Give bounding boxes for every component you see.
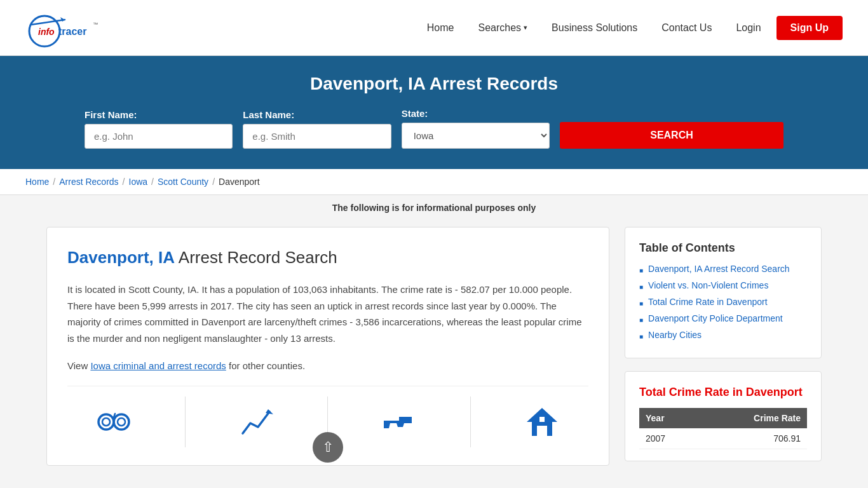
nav-business-solutions[interactable]: Business Solutions	[543, 17, 646, 39]
toc-bullet: ■	[639, 283, 643, 290]
crime-rate-table: Year Crime Rate 2007706.91	[639, 408, 807, 449]
toc-link[interactable]: Davenport City Police Department	[648, 313, 783, 323]
hero-title: Davenport, IA Arrest Records	[25, 74, 843, 94]
svg-point-7	[102, 418, 110, 426]
svg-text:™: ™	[93, 22, 98, 27]
nav-contact-us[interactable]: Contact Us	[653, 17, 721, 39]
svg-rect-16	[539, 417, 545, 422]
icon-chart	[234, 400, 279, 444]
icon-house	[520, 400, 564, 444]
search-form: First Name: Last Name: State: AlabamaAla…	[85, 108, 783, 149]
breadcrumb-arrest-records[interactable]: Arrest Records	[59, 177, 118, 187]
col-rate-header: Crime Rate	[698, 408, 807, 428]
first-name-label: First Name:	[85, 109, 233, 120]
icon-sep-3	[470, 396, 471, 447]
toc-title: Table of Contents	[639, 241, 807, 255]
icon-gun	[377, 400, 421, 444]
search-button[interactable]: SEARCH	[560, 122, 783, 149]
main-nav: Home Searches ▾ Business Solutions Conta…	[418, 16, 843, 40]
content-title: Davenport, IA Arrest Record Search	[67, 248, 588, 268]
header: info tracer ™ Home Searches ▾ Business S…	[0, 0, 868, 56]
house-icon	[520, 400, 564, 444]
breadcrumb-scott-county[interactable]: Scott County	[158, 177, 208, 187]
chart-icon	[234, 400, 279, 444]
toc-bullet: ■	[639, 300, 643, 307]
view-prefix: View	[67, 360, 90, 371]
toc-list-item: ■Total Crime Rate in Davenport	[639, 297, 807, 307]
crime-rate-box: Total Crime Rate in Davenport Year Crime…	[625, 371, 822, 461]
toc-bullet: ■	[639, 333, 643, 340]
content-body: It is located in Scott County, IA. It ha…	[67, 281, 588, 346]
breadcrumb-sep-2: /	[123, 177, 125, 187]
main-layout: Davenport, IA Arrest Record Search It is…	[21, 217, 847, 488]
hero-section: Davenport, IA Arrest Records First Name:…	[0, 56, 868, 169]
crime-rate-value: 706.91	[698, 428, 807, 449]
toc-list-item: ■Davenport, IA Arrest Record Search	[639, 264, 807, 274]
first-name-input[interactable]	[85, 124, 233, 149]
sign-up-button[interactable]: Sign Up	[776, 16, 843, 40]
state-field: State: AlabamaAlaskaArizonaArkansasCalif…	[402, 108, 550, 149]
last-name-input[interactable]	[243, 124, 391, 149]
first-name-field: First Name:	[85, 109, 233, 149]
breadcrumb-home[interactable]: Home	[25, 177, 49, 187]
info-notice: The following is for informational purpo…	[0, 195, 868, 217]
nav-home[interactable]: Home	[418, 17, 463, 39]
svg-text:info: info	[38, 27, 55, 37]
svg-point-9	[118, 418, 125, 426]
icon-sep-1	[185, 396, 186, 447]
content-area: Davenport, IA Arrest Record Search It is…	[46, 227, 609, 466]
svg-text:tracer: tracer	[58, 26, 86, 37]
nav-login[interactable]: Login	[727, 17, 770, 39]
svg-rect-13	[399, 417, 403, 421]
content-title-rest: Arrest Record Search	[175, 248, 337, 267]
toc-bullet: ■	[639, 267, 643, 274]
crime-rate-row: 2007706.91	[639, 428, 807, 449]
toc-list-item: ■Violent vs. Non-Violent Crimes	[639, 280, 807, 290]
logo-area: info tracer ™	[25, 6, 102, 50]
content-link-line: View Iowa criminal and arrest records fo…	[67, 358, 588, 374]
svg-line-2	[31, 20, 65, 25]
breadcrumb-davenport: Davenport	[219, 177, 260, 187]
breadcrumb-iowa[interactable]: Iowa	[129, 177, 148, 187]
logo-image: info tracer ™	[25, 6, 102, 50]
city-highlight: Davenport, IA	[67, 248, 175, 267]
svg-point-8	[114, 414, 129, 430]
breadcrumb: Home / Arrest Records / Iowa / Scott Cou…	[25, 177, 843, 187]
nav-searches[interactable]: Searches ▾	[469, 17, 536, 39]
toc-link[interactable]: Davenport, IA Arrest Record Search	[648, 264, 790, 274]
col-year-header: Year	[639, 408, 698, 428]
icon-row-wrapper: ⇧	[67, 386, 588, 447]
breadcrumb-sep-1: /	[53, 177, 55, 187]
svg-rect-15	[537, 426, 547, 436]
crime-rate-title: Total Crime Rate in Davenport	[639, 386, 807, 399]
toc-box: Table of Contents ■Davenport, IA Arrest …	[625, 227, 822, 358]
handcuffs-icon	[92, 400, 136, 444]
breadcrumb-sep-3: /	[151, 177, 154, 187]
last-name-field: Last Name:	[243, 109, 391, 149]
crime-year: 2007	[639, 428, 698, 449]
breadcrumb-bar: Home / Arrest Records / Iowa / Scott Cou…	[0, 169, 868, 195]
iowa-records-link[interactable]: Iowa criminal and arrest records	[90, 360, 226, 371]
gun-icon	[377, 400, 421, 444]
state-label: State:	[402, 108, 550, 119]
toc-list-item: ■Davenport City Police Department	[639, 313, 807, 323]
last-name-label: Last Name:	[243, 109, 391, 120]
toc-link[interactable]: Total Crime Rate in Davenport	[648, 297, 768, 307]
toc-link[interactable]: Nearby Cities	[648, 330, 702, 340]
toc-list-item: ■Nearby Cities	[639, 330, 807, 340]
breadcrumb-sep-4: /	[212, 177, 215, 187]
toc-bullet: ■	[639, 316, 643, 323]
chevron-down-icon: ▾	[524, 24, 527, 32]
sidebar: Table of Contents ■Davenport, IA Arrest …	[625, 227, 822, 466]
scroll-up-button[interactable]: ⇧	[313, 432, 343, 463]
toc-list: ■Davenport, IA Arrest Record Search■Viol…	[639, 264, 807, 340]
state-select[interactable]: AlabamaAlaskaArizonaArkansasCaliforniaCo…	[402, 123, 550, 149]
svg-point-6	[98, 414, 114, 430]
view-suffix: for other counties.	[226, 360, 305, 371]
toc-link[interactable]: Violent vs. Non-Violent Crimes	[648, 280, 768, 290]
icon-handcuffs	[92, 400, 136, 444]
